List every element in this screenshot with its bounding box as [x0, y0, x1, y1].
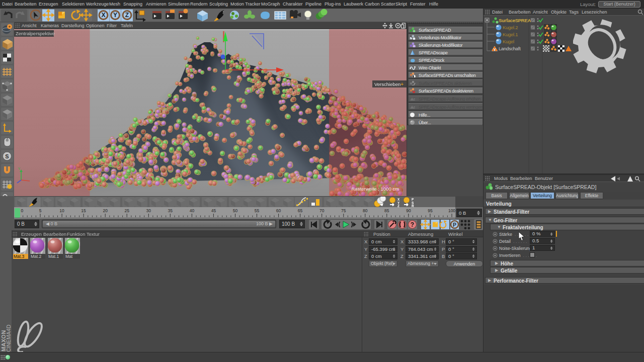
svg-text:5: 5	[39, 208, 42, 213]
svg-text:90: 90	[406, 208, 411, 213]
svg-text:Kugel.2: Kugel.2	[503, 25, 518, 30]
svg-text:75: 75	[341, 208, 346, 213]
svg-text:Zentralperspektive: Zentralperspektive	[16, 31, 55, 36]
svg-text:Kugel.1: Kugel.1	[503, 32, 518, 37]
svg-text:70: 70	[319, 208, 325, 213]
svg-text:?: ?	[411, 221, 414, 228]
svg-text:0: 0	[21, 208, 24, 213]
svg-text:Z: Z	[125, 12, 129, 19]
svg-text:25: 25	[124, 208, 129, 213]
svg-text:Verschieben: Verschieben	[374, 81, 400, 87]
svg-text:Rasterweite : 1000 cm: Rasterweite : 1000 cm	[351, 186, 399, 192]
svg-text:P: P	[453, 222, 456, 228]
svg-text:85: 85	[384, 208, 389, 213]
svg-text:X: X	[101, 12, 105, 19]
svg-text:65: 65	[298, 208, 303, 213]
svg-text:60: 60	[276, 208, 281, 213]
svg-text:35: 35	[168, 208, 173, 213]
svg-text:50: 50	[233, 208, 238, 213]
svg-text:45: 45	[211, 208, 216, 213]
svg-text:10: 10	[59, 208, 64, 213]
svg-text:40: 40	[190, 208, 195, 213]
svg-text:Kugel: Kugel	[503, 39, 514, 44]
svg-text:+: +	[400, 81, 404, 87]
svg-text:Y: Y	[18, 167, 21, 170]
svg-text:Landschaft: Landschaft	[499, 46, 521, 51]
svg-text:80: 80	[363, 208, 368, 213]
svg-text:100: 100	[448, 208, 455, 213]
svg-text:30: 30	[146, 208, 151, 213]
svg-text:S: S	[5, 153, 9, 159]
svg-text:SurfaceSPREAD: SurfaceSPREAD	[499, 18, 534, 23]
svg-text:15: 15	[81, 208, 86, 213]
svg-text:Y: Y	[113, 12, 117, 19]
svg-text:55: 55	[255, 208, 260, 213]
svg-text:20: 20	[103, 208, 108, 213]
svg-text:95: 95	[428, 208, 433, 213]
